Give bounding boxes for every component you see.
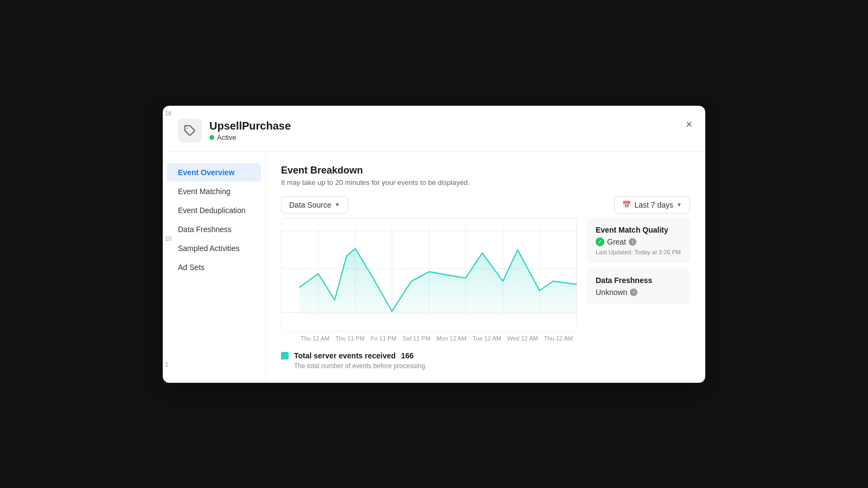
data-freshness-info-icon[interactable]: i xyxy=(630,288,637,296)
x-label-1: Thu 11 PM xyxy=(335,335,365,342)
section-title: Event Breakdown xyxy=(281,165,690,176)
great-label: Great xyxy=(607,237,626,246)
date-dropdown-arrow-icon: ▼ xyxy=(676,202,682,208)
x-label-4: Mon 12 AM xyxy=(436,335,467,342)
event-match-quality-updated: Last Updated: Today at 3:26 PM xyxy=(596,249,681,255)
event-match-quality-info-icon[interactable]: i xyxy=(629,238,636,246)
sidebar-item-ad-sets[interactable]: Ad Sets xyxy=(167,258,261,277)
info-sidebar: Event Match Quality ✓ Great i Last Updat… xyxy=(587,218,690,370)
x-label-3: Sat 11 PM xyxy=(403,335,430,342)
datasource-dropdown[interactable]: Data Source ▼ xyxy=(281,196,348,214)
sidebar-item-event-deduplication[interactable]: Event Deduplication xyxy=(167,201,261,220)
data-freshness-title: Data Freshness xyxy=(596,276,681,285)
chart-svg xyxy=(282,219,577,331)
active-label: Active xyxy=(217,133,236,142)
total-value: 166 xyxy=(401,351,413,360)
date-range-button[interactable]: 📅 Last 7 days ▼ xyxy=(614,196,690,214)
x-label-6: Wed 12 AM xyxy=(507,335,538,342)
chart-and-sidebar: 18 10 1 xyxy=(281,218,690,370)
chart-x-labels: Thu 12 AM Thu 11 PM Fri 11 PM Sat 11 PM … xyxy=(281,333,577,342)
x-label-7: Thu 12 AM xyxy=(544,335,573,342)
calendar-icon: 📅 xyxy=(622,201,631,209)
dropdown-arrow-icon: ▼ xyxy=(335,202,340,208)
chart-area: 18 10 1 xyxy=(281,218,577,370)
sidebar-item-data-freshness[interactable]: Data Freshness xyxy=(167,220,261,239)
sidebar-item-label: Event Overview xyxy=(178,168,234,177)
event-match-quality-title: Event Match Quality xyxy=(596,226,681,234)
event-match-quality-value: ✓ Great i xyxy=(596,237,681,246)
datasource-label: Data Source xyxy=(289,201,331,209)
totals-row: Total server events received 166 xyxy=(281,351,577,360)
controls-row: Data Source ▼ 📅 Last 7 days ▼ xyxy=(281,196,690,214)
sidebar-item-sampled-activities[interactable]: Sampled Activities xyxy=(167,239,261,258)
app-logo xyxy=(178,119,202,143)
sidebar-item-label: Event Deduplication xyxy=(178,206,246,215)
app-title: UpsellPurchase xyxy=(209,120,291,132)
sidebar-item-event-matching[interactable]: Event Matching xyxy=(167,182,261,201)
x-label-5: Tue 12 AM xyxy=(473,335,501,342)
sidebar-item-event-overview[interactable]: Event Overview xyxy=(167,163,261,182)
modal-body: Event Overview Event Matching Event Dedu… xyxy=(163,152,705,383)
sidebar-item-label: Event Matching xyxy=(178,187,231,196)
data-freshness-value: Unknown i xyxy=(596,288,681,297)
active-badge: Active xyxy=(209,133,291,142)
total-label: Total server events received xyxy=(294,351,395,360)
x-label-2: Fri 11 PM xyxy=(371,335,397,342)
modal: UpsellPurchase Active × Event Overview E… xyxy=(163,106,705,383)
active-dot xyxy=(209,135,214,140)
main-content: Event Breakdown It may take up to 20 min… xyxy=(266,152,705,383)
sidebar-item-label: Data Freshness xyxy=(178,225,232,234)
great-check-icon: ✓ xyxy=(596,237,604,246)
data-freshness-card: Data Freshness Unknown i xyxy=(587,268,690,304)
header-title-group: UpsellPurchase Active xyxy=(209,120,291,142)
close-button[interactable]: × xyxy=(684,117,694,132)
modal-header: UpsellPurchase Active × xyxy=(163,106,705,152)
totals-desc: The total number of events before proces… xyxy=(294,362,577,370)
event-match-quality-card: Event Match Quality ✓ Great i Last Updat… xyxy=(587,218,690,263)
total-color-box xyxy=(281,352,289,359)
section-subtitle: It may take up to 20 minutes for your ev… xyxy=(281,178,690,187)
unknown-label: Unknown xyxy=(596,288,627,297)
date-range-label: Last 7 days xyxy=(634,201,673,209)
chart-container xyxy=(281,218,577,332)
x-label-0: Thu 12 AM xyxy=(301,335,329,342)
sidebar-item-label: Sampled Activities xyxy=(178,244,240,253)
sidebar-item-label: Ad Sets xyxy=(178,263,205,272)
sidebar: Event Overview Event Matching Event Dedu… xyxy=(163,152,266,383)
